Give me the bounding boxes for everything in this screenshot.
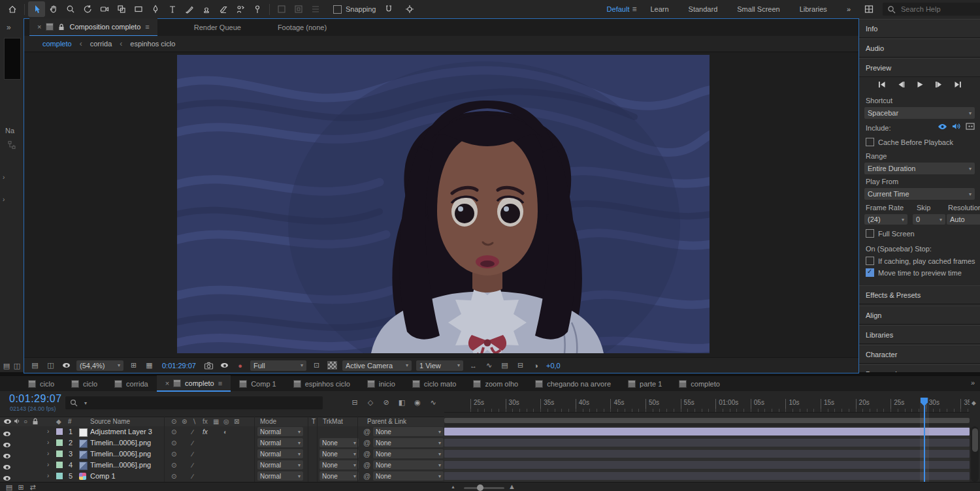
trkmat-select[interactable]: None ▾	[319, 471, 359, 481]
blend-mode-select[interactable]: Normal ▾	[257, 471, 303, 481]
blend-mode-select[interactable]: Normal ▾	[257, 438, 303, 447]
label-color-chip[interactable]	[56, 428, 63, 435]
eye-toggle-icon[interactable]	[3, 452, 10, 460]
label-color-chip[interactable]	[56, 462, 63, 468]
pen-tool-icon[interactable]	[147, 1, 164, 17]
parent-pickwhip-icon[interactable]: @	[363, 450, 370, 458]
layer-duration-bar[interactable]	[444, 472, 970, 480]
layer-track-1[interactable]	[444, 426, 970, 438]
play-from-select[interactable]: Current Time ▾	[864, 188, 975, 200]
playhead-line[interactable]	[924, 398, 925, 482]
frame-rate-select[interactable]: (24) ▾	[864, 214, 907, 225]
parent-select[interactable]: None ▾	[373, 471, 444, 481]
cache-before-playback-option[interactable]: Cache Before Playback	[866, 138, 953, 146]
parent-pickwhip-icon[interactable]: @	[363, 461, 370, 469]
layer-track-4[interactable]	[444, 460, 970, 471]
selection-tool-icon[interactable]	[28, 1, 45, 17]
mask-visibility-icon[interactable]: ▦	[144, 360, 155, 371]
zoom-in-mountain-icon[interactable]: ▲	[508, 483, 515, 490]
label-color-chip[interactable]	[56, 451, 63, 457]
panel-expand-chevron-icon[interactable]: ›	[3, 196, 5, 203]
range-select[interactable]: Entire Duration ▾	[864, 163, 975, 174]
timeline-zoom-slider[interactable]	[464, 487, 504, 489]
layer-name[interactable]: Comp 1	[90, 472, 116, 480]
timeline-tab-espinhos-ciclo[interactable]: espinhos ciclo	[285, 376, 359, 391]
quality-switch-icon[interactable]: ∕	[192, 473, 193, 480]
quality-switch-icon[interactable]: ∕	[192, 462, 193, 469]
timeline-tab-comp-1[interactable]: Comp 1	[231, 376, 285, 391]
comp-mini-flowchart-icon[interactable]: ⊟	[348, 397, 361, 408]
timeline-search[interactable]: ▾	[65, 396, 323, 409]
breadcrumb-completo[interactable]: completo	[42, 40, 72, 48]
workspace-tab-learn[interactable]: Learn	[650, 5, 668, 13]
last-frame-button[interactable]	[950, 78, 965, 90]
timeline-tab-inicio[interactable]: inicio	[359, 376, 404, 391]
pixel-aspect-icon[interactable]: ↔	[468, 360, 479, 371]
snapping-checkbox[interactable]	[333, 5, 342, 14]
snapshot-camera-icon[interactable]	[203, 360, 214, 371]
panel-header-effects-presets[interactable]: Effects & Presets	[859, 285, 980, 304]
brush-tool-icon[interactable]	[181, 1, 198, 17]
shortcut-select[interactable]: Spacebar ▾	[864, 107, 975, 119]
shy-switch-icon[interactable]: ⊙	[171, 462, 176, 469]
resolution-select[interactable]: Full ▾	[250, 360, 306, 371]
workspace-overflow-chevron[interactable]: »	[847, 5, 851, 13]
layer-expander-icon[interactable]: ›	[47, 461, 49, 468]
parent-pickwhip-icon[interactable]: @	[363, 428, 370, 436]
layer-expander-icon[interactable]: ›	[47, 439, 49, 446]
motion-blur-icon[interactable]: ◉	[411, 397, 424, 408]
workspace-tab-libraries[interactable]: Libraries	[800, 5, 827, 13]
3d-view-select[interactable]: Active Camera ▾	[342, 360, 412, 371]
timeline-tab-ciclo-mato[interactable]: ciclo mato	[404, 376, 465, 391]
eye-toggle-icon[interactable]	[3, 474, 10, 482]
exposure-value[interactable]: +0,0	[546, 362, 561, 370]
blend-mode-select[interactable]: Normal ▾	[257, 460, 303, 469]
region-of-interest-icon[interactable]: ⊡	[311, 360, 322, 371]
help-search-input[interactable]	[900, 5, 979, 14]
include-video-eye-icon[interactable]	[938, 123, 947, 130]
puppet-pin-tool-icon[interactable]	[249, 1, 266, 17]
cache-before-playback-checkbox[interactable]	[866, 138, 874, 146]
parent-select[interactable]: None ▾	[373, 460, 444, 469]
shy-switch-icon[interactable]: ⊙	[171, 428, 176, 436]
layer-duration-bar[interactable]	[444, 450, 970, 458]
fx-switch-icon[interactable]: fx	[203, 428, 208, 436]
workspace-tab-standard[interactable]: Standard	[689, 5, 718, 13]
move-time-checkbox[interactable]	[866, 268, 874, 277]
workspace-tab-small-screen[interactable]: Small Screen	[737, 5, 779, 13]
always-preview-icon[interactable]: ▤	[29, 360, 41, 371]
snapping-options-icon[interactable]	[380, 1, 397, 17]
timeline-tab-chegando-na-arvore[interactable]: chegando na arvore	[527, 376, 619, 391]
parent-pickwhip-icon[interactable]: @	[363, 439, 370, 447]
label-color-chip[interactable]	[56, 439, 63, 446]
previous-frame-button[interactable]	[893, 78, 908, 90]
layer-track-5[interactable]	[444, 471, 970, 483]
layer-expander-icon[interactable]: ›	[47, 428, 49, 435]
timeline-tab-parte-1[interactable]: parte 1	[619, 376, 670, 391]
layer-row-2[interactable]: › 2 Timelin...0006].png ⊙ ∕ Normal ▾ Non…	[0, 437, 444, 449]
panel-header-info[interactable]: Info	[859, 19, 980, 38]
layer-name[interactable]: Timelin...0006].png	[90, 450, 151, 458]
timeline-current-time[interactable]: 0:01:29:07	[9, 393, 62, 405]
layer-duration-bar[interactable]	[444, 461, 970, 469]
work-area-bar[interactable]	[444, 418, 970, 423]
frame-blending-icon[interactable]: ◧	[395, 397, 408, 408]
panel-header-libraries[interactable]: Libraries	[859, 325, 980, 344]
time-ruler[interactable]: 25s 30s 35s 40s 45s 50s 55s 01:00s 05s 1…	[444, 398, 970, 413]
camera-tool-icon[interactable]	[96, 1, 113, 17]
preview-resolution-select[interactable]: Auto	[947, 214, 980, 225]
blend-mode-select[interactable]: Normal ▾	[257, 449, 303, 458]
trkmat-select[interactable]: None ▾	[319, 438, 359, 447]
full-screen-checkbox[interactable]	[866, 229, 874, 238]
shy-switch-icon[interactable]: ⊙	[171, 451, 176, 458]
render-order-icon[interactable]: ⊞	[14, 482, 27, 491]
hide-shy-layers-icon[interactable]: ⊘	[380, 397, 393, 408]
eye-toggle-icon[interactable]	[3, 430, 10, 437]
zoom-tool-icon[interactable]	[62, 1, 79, 17]
timeline-search-input[interactable]	[90, 398, 302, 407]
show-channel-eye-icon[interactable]	[61, 360, 72, 371]
trkmat-column-header[interactable]: TrkMat	[323, 418, 343, 425]
include-audio-speaker-icon[interactable]	[952, 123, 961, 130]
help-search[interactable]	[883, 3, 980, 16]
fast-previews-icon[interactable]: ∿	[483, 360, 495, 371]
